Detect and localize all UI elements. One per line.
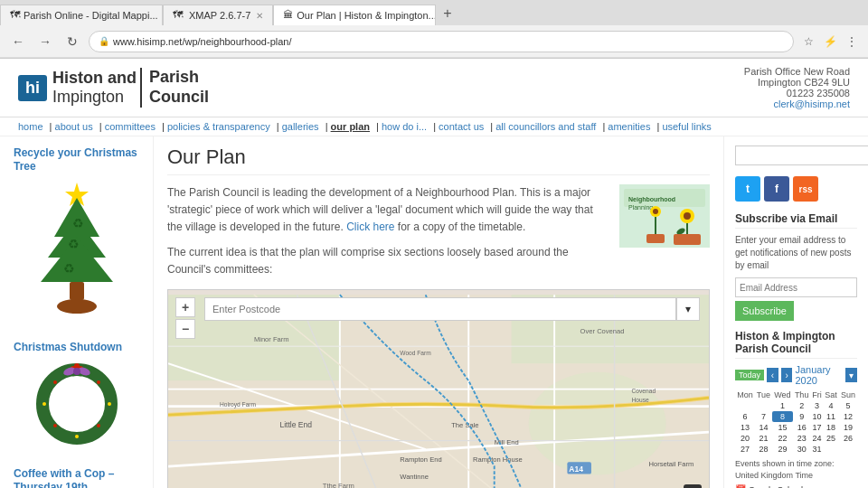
calendar-grid: MonTueWedThuFriSatSun 12345 6789101112 1… xyxy=(735,389,857,455)
tab-1[interactable]: 🗺 Parish Online - Digital Mappi... ✕ xyxy=(0,5,163,25)
contact-email[interactable]: clerk@hisimp.net xyxy=(773,99,850,109)
main-content: Our Plan The Parish Council is leading t… xyxy=(154,136,723,488)
sidebar-widget-shutdown: Christmas Shutdown xyxy=(14,340,139,452)
contact-address1: Parish Office New Road xyxy=(744,66,850,77)
tab-2-close[interactable]: ✕ xyxy=(256,11,263,21)
right-sidebar: Search t f rss Subscribe via Email Enter… xyxy=(723,136,868,488)
nav-our-plan[interactable]: our plan xyxy=(331,121,370,132)
subscribe-text: Enter your email address to get notifica… xyxy=(735,234,857,272)
christmas-tree-svg: ♻ ♻ ♻ xyxy=(23,178,131,323)
svg-text:Wood Farm: Wood Farm xyxy=(400,350,431,356)
nav-useful-links[interactable]: useful links xyxy=(662,121,711,132)
xmas-tree-area: ♻ ♻ ♻ xyxy=(14,178,139,325)
nav-policies[interactable]: policies & transparency xyxy=(167,121,270,132)
browser-tabs: 🗺 Parish Online - Digital Mappi... ✕ 🗺 X… xyxy=(0,0,868,25)
svg-text:Tthe Farm: Tthe Farm xyxy=(323,482,354,488)
sidebar-widget-title-2: Christmas Shutdown xyxy=(14,340,139,353)
search-input[interactable] xyxy=(735,145,868,165)
calendar-title: Histon & Impington Parish Council xyxy=(735,330,857,359)
new-tab-button[interactable]: + xyxy=(436,2,458,25)
site-header: hi Histon and Impington Parish Council P… xyxy=(0,59,868,117)
calendar-next-button[interactable]: › xyxy=(781,368,793,382)
calendar-header: Today ‹ › January 2020 ▾ xyxy=(735,364,857,386)
calendar-prev-button[interactable]: ‹ xyxy=(767,368,778,382)
subscribe-button[interactable]: Subscribe xyxy=(735,301,794,321)
menu-icon[interactable]: ⋮ xyxy=(843,33,861,51)
nav-about[interactable]: about us xyxy=(55,121,93,132)
calendar-today-button[interactable]: Today xyxy=(735,370,764,380)
calendar-dropdown-button[interactable]: ▾ xyxy=(845,368,857,382)
tab-2[interactable]: 🗺 XMAP 2.6.7-7 ✕ xyxy=(163,5,273,25)
map-zoom-out-button[interactable]: − xyxy=(175,319,195,339)
map-controls: + − xyxy=(175,297,195,339)
svg-rect-33 xyxy=(674,234,701,245)
google-calendar: 📅 Google Calendar xyxy=(735,484,857,488)
sidebar-widget-coffee: Coffee with a Cop – Thursday 19th Decemb… xyxy=(14,466,139,488)
parish-council-text: Parish Council xyxy=(140,68,209,107)
site-name-line1: Histon and xyxy=(52,69,137,88)
svg-text:Wantinne: Wantinne xyxy=(400,473,429,481)
google-calendar-icon: 📅 xyxy=(735,484,746,488)
contact-phone: 01223 235008 xyxy=(744,88,850,99)
left-sidebar: Recycle your Christmas Tree ♻ ♻ ♻ xyxy=(0,136,154,488)
svg-text:Planning: Planning xyxy=(628,204,653,211)
nav-galleries[interactable]: galleries xyxy=(282,121,319,132)
intro-text: The Parish Council is leading the develo… xyxy=(167,184,609,278)
map-info-button[interactable]: i xyxy=(684,484,702,488)
svg-text:Neighbourhood: Neighbourhood xyxy=(628,196,675,203)
lock-icon: 🔒 xyxy=(99,36,109,46)
logo-box: hi xyxy=(18,75,47,101)
address-bar[interactable]: 🔒 www.hisimp.net/wp/neighbourhood-plan/ xyxy=(89,31,794,52)
contact-info: Parish Office New Road Impington CB24 9L… xyxy=(744,66,850,109)
nav-councillors[interactable]: all councillors and staff xyxy=(495,121,596,132)
svg-rect-7 xyxy=(70,282,84,300)
subscribe-title: Subscribe via Email xyxy=(735,212,857,229)
tab-favicon-1: 🗺 xyxy=(10,9,20,22)
forward-button[interactable]: → xyxy=(34,31,56,52)
svg-point-24 xyxy=(97,424,100,427)
sidebar-widget-xmas-tree: Recycle your Christmas Tree ♻ ♻ ♻ xyxy=(14,145,139,325)
address-text: www.hisimp.net/wp/neighbourhood-plan/ xyxy=(113,36,292,47)
tab-3-label: Our Plan | Histon & Impington... xyxy=(297,10,436,21)
tab-1-label: Parish Online - Digital Mappi... xyxy=(24,10,158,21)
svg-point-20 xyxy=(75,435,79,438)
xmas-tree-link[interactable]: Recycle your Christmas Tree xyxy=(14,146,137,173)
content-intro: The Parish Council is leading the develo… xyxy=(167,184,710,278)
nav-how-do[interactable]: how do i... xyxy=(382,121,427,132)
contact-address2: Impington CB24 9LU xyxy=(744,77,850,88)
svg-text:The Sale: The Sale xyxy=(451,421,478,429)
map-zoom-in-button[interactable]: + xyxy=(175,297,195,317)
svg-text:♻: ♻ xyxy=(68,237,80,251)
facebook-icon[interactable]: f xyxy=(764,176,789,202)
map-search-input[interactable] xyxy=(204,297,676,321)
extensions-icon[interactable]: ⚡ xyxy=(821,33,839,51)
map-search: ▾ xyxy=(204,297,700,321)
svg-point-9 xyxy=(42,370,111,438)
intro-paragraph-1: The Parish Council is leading the develo… xyxy=(167,184,609,237)
svg-text:Rampton House: Rampton House xyxy=(473,455,523,464)
map-search-dropdown[interactable]: ▾ xyxy=(676,297,700,321)
page: hi Histon and Impington Parish Council P… xyxy=(0,59,868,488)
twitter-icon[interactable]: t xyxy=(735,176,760,202)
nav-home[interactable]: home xyxy=(18,121,43,132)
nav-amenities[interactable]: amenities xyxy=(608,121,650,132)
tab-2-label: XMAP 2.6.7-7 xyxy=(189,10,250,21)
refresh-button[interactable]: ↻ xyxy=(61,31,83,52)
svg-text:Little End: Little End xyxy=(279,420,312,429)
svg-text:House: House xyxy=(632,397,649,403)
social-icons: t f rss xyxy=(735,176,857,202)
rss-icon[interactable]: rss xyxy=(793,176,818,202)
back-button[interactable]: ← xyxy=(7,31,29,52)
coffee-link[interactable]: Coffee with a Cop – Thursday 19th Decemb… xyxy=(14,467,114,488)
bookmark-icon[interactable]: ☆ xyxy=(799,33,817,51)
main-nav: home | about us | committees | policies … xyxy=(0,117,868,136)
click-here-link[interactable]: Click here xyxy=(346,221,394,233)
tab-3[interactable]: 🏛 Our Plan | Histon & Impington... ✕ xyxy=(273,5,436,25)
nav-committees[interactable]: committees xyxy=(105,121,156,132)
shutdown-link[interactable]: Christmas Shutdown xyxy=(14,341,122,353)
svg-point-8 xyxy=(57,299,97,314)
content-area: Recycle your Christmas Tree ♻ ♻ ♻ xyxy=(0,136,868,488)
nav-contact[interactable]: contact us xyxy=(439,121,484,132)
wreath-area xyxy=(14,359,139,452)
email-input[interactable] xyxy=(735,277,857,297)
